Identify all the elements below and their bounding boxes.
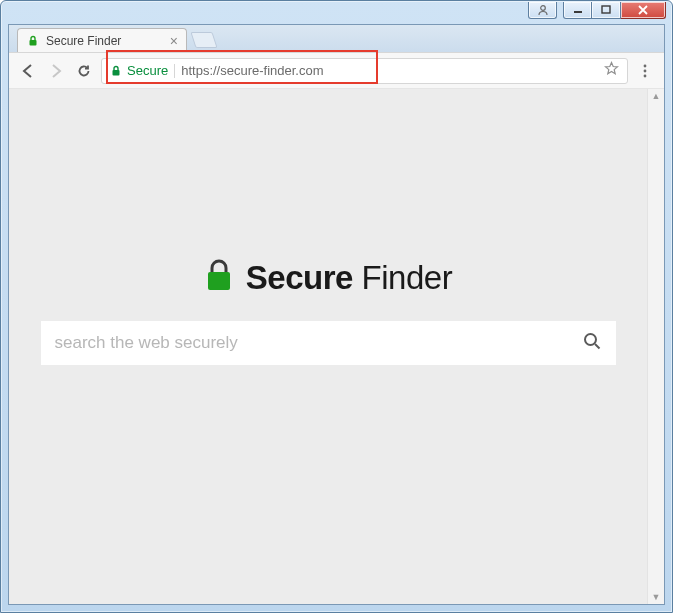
forward-arrow-icon [48,63,64,79]
kebab-menu-icon [643,63,647,79]
svg-point-5 [644,64,647,67]
user-icon [537,4,549,16]
svg-rect-3 [30,40,37,46]
maximize-icon [601,5,611,15]
search-box [41,321,616,365]
brand-logo: Secure Finder [204,259,452,297]
page-content: Secure Finder [9,89,647,604]
reload-button[interactable] [73,60,95,82]
close-icon [637,4,649,16]
tab-strip: Secure Finder × [9,25,664,53]
new-tab-button[interactable] [190,32,217,48]
omnibox-divider [174,64,175,78]
scroll-down-icon[interactable]: ▼ [652,592,661,602]
secure-badge: Secure [110,63,168,78]
tab-title: Secure Finder [46,34,121,48]
titlebar-buttons [528,2,666,19]
svg-point-7 [644,74,647,77]
tab-active[interactable]: Secure Finder × [17,28,187,52]
svg-rect-2 [602,6,610,13]
page-viewport: Secure Finder ▲ ▼ [9,89,664,604]
secure-label: Secure [127,63,168,78]
svg-rect-1 [574,11,582,13]
svg-point-9 [585,334,596,345]
browser-frame: Secure Finder × Secure https://secu [8,24,665,605]
tab-close-icon[interactable]: × [170,33,178,49]
minimize-icon [573,5,583,15]
url-text: https://secure-finder.com [181,63,323,78]
scroll-up-icon[interactable]: ▲ [652,91,661,101]
brand-bold: Secure [246,259,353,296]
reload-icon [76,63,92,79]
svg-rect-4 [113,70,120,76]
lock-favicon [26,34,40,48]
lock-icon [110,65,122,77]
browser-toolbar: Secure https://secure-finder.com [9,53,664,89]
window-frame: Secure Finder × Secure https://secu [0,0,673,613]
svg-point-0 [540,6,545,11]
vertical-scrollbar[interactable]: ▲ ▼ [647,89,664,604]
svg-point-6 [644,69,647,72]
brand-thin: Finder [353,259,452,296]
svg-rect-8 [208,272,230,290]
bookmark-star-icon[interactable] [604,61,619,80]
maximize-button[interactable] [592,2,621,19]
browser-menu-button[interactable] [634,60,656,82]
user-button[interactable] [528,2,557,19]
back-button[interactable] [17,60,39,82]
minimize-button[interactable] [563,2,592,19]
address-bar[interactable]: Secure https://secure-finder.com [101,58,628,84]
forward-button[interactable] [45,60,67,82]
brand-lock-icon [204,259,234,297]
window-titlebar [1,1,672,24]
close-button[interactable] [621,2,666,19]
search-submit-icon[interactable] [582,331,602,355]
brand-text: Secure Finder [246,259,452,297]
search-input[interactable] [55,333,582,353]
back-arrow-icon [20,63,36,79]
